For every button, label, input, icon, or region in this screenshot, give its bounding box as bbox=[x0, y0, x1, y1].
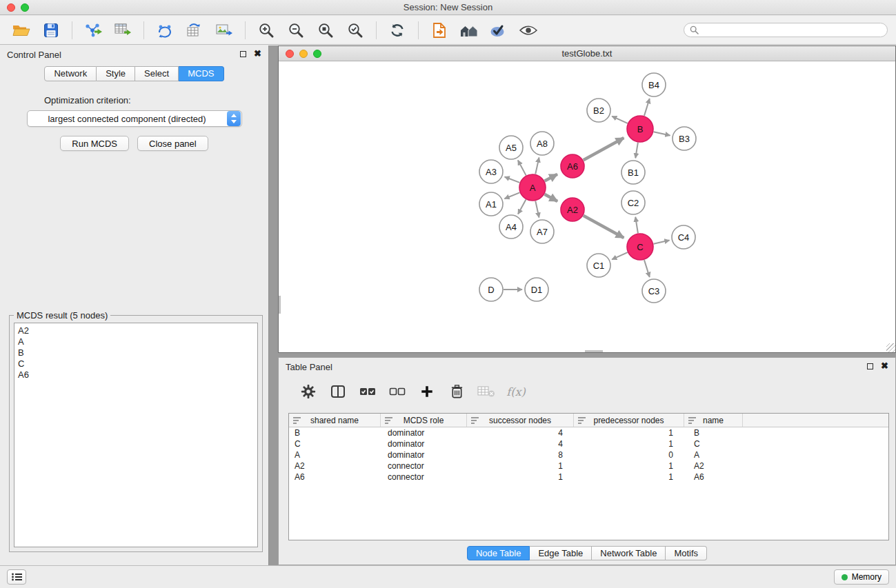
graph-edge-A-A3[interactable] bbox=[505, 177, 520, 183]
graph-node-C2[interactable]: C2 bbox=[621, 191, 645, 214]
tab-edge-table[interactable]: Edge Table bbox=[530, 546, 592, 560]
add-column-button[interactable] bbox=[418, 382, 436, 401]
graph-node-A5[interactable]: A5 bbox=[499, 136, 523, 159]
graph-edge-A-A8[interactable] bbox=[535, 158, 539, 174]
graph-edge-C-C3[interactable] bbox=[644, 260, 650, 277]
mcds-result-list[interactable]: A2ABCA6 bbox=[14, 323, 258, 547]
graph-edge-A-A2[interactable] bbox=[545, 194, 558, 201]
resize-handle[interactable] bbox=[886, 343, 895, 352]
graph-node-A6[interactable]: A6 bbox=[561, 154, 584, 178]
network-close-button[interactable] bbox=[286, 50, 294, 58]
float-table-panel-icon[interactable] bbox=[867, 363, 873, 369]
graph-node-A4[interactable]: A4 bbox=[499, 215, 523, 239]
graph-node-C[interactable]: C bbox=[627, 234, 653, 260]
fullscreen-window-button[interactable] bbox=[21, 3, 29, 12]
graph-edge-A-A5[interactable] bbox=[518, 161, 526, 176]
graph-edge-B-B2[interactable] bbox=[612, 116, 628, 123]
graph-edge-A-A4[interactable] bbox=[518, 200, 526, 214]
export-image-button[interactable] bbox=[211, 19, 237, 42]
tab-node-table[interactable]: Node Table bbox=[467, 546, 530, 560]
tab-network-table[interactable]: Network Table bbox=[592, 546, 666, 560]
graph-node-B2[interactable]: B2 bbox=[587, 99, 610, 122]
tab-select[interactable]: Select bbox=[135, 66, 179, 81]
refresh-view-button[interactable] bbox=[384, 19, 410, 42]
graph-edge-B-B3[interactable] bbox=[654, 132, 670, 135]
home-button[interactable] bbox=[456, 19, 482, 42]
graph-edge-C-C4[interactable] bbox=[654, 241, 670, 244]
table-options-button[interactable] bbox=[299, 382, 317, 401]
import-table-button[interactable] bbox=[110, 19, 136, 42]
graph-edge-A6-B[interactable] bbox=[584, 138, 624, 160]
show-columns-button[interactable] bbox=[329, 382, 347, 401]
zoom-selected-button[interactable] bbox=[342, 19, 368, 42]
graph-edge-C-C2[interactable] bbox=[635, 217, 638, 233]
vertical-scroll-indicator[interactable] bbox=[279, 296, 281, 314]
close-panel-icon[interactable]: ✖ bbox=[254, 50, 261, 57]
graph-node-B3[interactable]: B3 bbox=[673, 127, 696, 150]
zoom-out-button[interactable] bbox=[283, 19, 309, 42]
column-header-name[interactable]: name bbox=[684, 414, 743, 427]
column-header-MCDS-role[interactable]: MCDS role bbox=[381, 414, 467, 427]
table-row[interactable]: Adominator80A bbox=[289, 449, 888, 460]
table-row[interactable]: Bdominator41B bbox=[289, 427, 888, 438]
horizontal-scroll-indicator[interactable] bbox=[585, 350, 603, 352]
float-panel-icon[interactable] bbox=[240, 51, 246, 57]
open-session-button[interactable] bbox=[8, 19, 34, 42]
graph-edge-A-A7[interactable] bbox=[535, 201, 539, 218]
zoom-fit-button[interactable] bbox=[312, 19, 339, 42]
table-row[interactable]: A2connector11A2 bbox=[289, 460, 888, 472]
graph-node-A3[interactable]: A3 bbox=[479, 160, 503, 183]
run-mcds-button[interactable]: Run MCDS bbox=[60, 136, 129, 151]
column-header-predecessor-nodes[interactable]: predecessor nodes bbox=[574, 414, 684, 427]
graph-edge-B-B1[interactable] bbox=[635, 143, 638, 159]
mcds-result-item[interactable]: B bbox=[18, 347, 254, 358]
graph-edge-A-A1[interactable] bbox=[504, 192, 519, 199]
tab-style[interactable]: Style bbox=[97, 66, 135, 81]
unselect-all-button[interactable] bbox=[388, 382, 406, 401]
graph-node-D[interactable]: D bbox=[479, 278, 503, 301]
graph-node-A1[interactable]: A1 bbox=[479, 192, 503, 216]
mcds-result-item[interactable]: C bbox=[18, 358, 254, 369]
delete-table-button[interactable] bbox=[477, 382, 495, 401]
close-window-button[interactable] bbox=[7, 3, 15, 12]
memory-button[interactable]: Memory bbox=[834, 569, 889, 585]
update-network-table-button[interactable] bbox=[181, 19, 208, 42]
graph-node-A7[interactable]: A7 bbox=[530, 220, 554, 243]
table-row[interactable]: Cdominator41C bbox=[289, 438, 888, 449]
table-row[interactable]: A6connector11A6 bbox=[289, 472, 888, 483]
save-session-button[interactable] bbox=[38, 19, 64, 42]
graph-edge-C-C1[interactable] bbox=[612, 252, 628, 259]
graph-node-C3[interactable]: C3 bbox=[642, 279, 666, 303]
column-header-successor-nodes[interactable]: successor nodes bbox=[467, 414, 574, 427]
mcds-result-item[interactable]: A6 bbox=[18, 369, 254, 381]
graph-node-A[interactable]: A bbox=[519, 174, 546, 201]
search-box[interactable] bbox=[684, 23, 888, 37]
show-hide-graphics-button[interactable] bbox=[515, 19, 541, 42]
graph-node-B1[interactable]: B1 bbox=[621, 161, 645, 184]
network-window-titlebar[interactable]: testGlobe.txt bbox=[279, 46, 895, 61]
zoom-in-button[interactable] bbox=[253, 19, 279, 42]
select-all-button[interactable] bbox=[359, 382, 377, 401]
network-minimize-button[interactable] bbox=[299, 50, 308, 58]
apply-preferred-layout-button[interactable] bbox=[486, 19, 512, 42]
search-input[interactable] bbox=[703, 26, 882, 35]
close-panel-button[interactable]: Close panel bbox=[137, 136, 208, 151]
graph-edge-A-A6[interactable] bbox=[545, 174, 557, 181]
take-snapshot-button[interactable] bbox=[426, 19, 452, 42]
criterion-dropdown[interactable]: largest connected component (directed) bbox=[27, 110, 242, 127]
graph-node-B4[interactable]: B4 bbox=[642, 73, 666, 97]
mcds-result-item[interactable]: A bbox=[18, 336, 254, 347]
delete-column-button[interactable] bbox=[448, 382, 466, 401]
graph-edge-B-B4[interactable] bbox=[644, 99, 650, 116]
function-builder-button[interactable]: f(x) bbox=[507, 382, 525, 401]
network-canvas[interactable]: B4B2BB3A5A8A6B1A3AA1C2A2A4A7C4CC1DD1C3 bbox=[279, 61, 895, 352]
tab-motifs[interactable]: Motifs bbox=[666, 546, 707, 560]
tab-network[interactable]: Network bbox=[44, 66, 97, 81]
graph-node-C1[interactable]: C1 bbox=[587, 254, 610, 277]
mcds-result-item[interactable]: A2 bbox=[18, 325, 254, 336]
tab-mcds[interactable]: MCDS bbox=[179, 66, 223, 81]
import-network-button[interactable] bbox=[80, 19, 106, 42]
network-maximize-button[interactable] bbox=[313, 50, 321, 58]
graph-node-A2[interactable]: A2 bbox=[561, 198, 584, 221]
graph-node-D1[interactable]: D1 bbox=[525, 278, 548, 301]
